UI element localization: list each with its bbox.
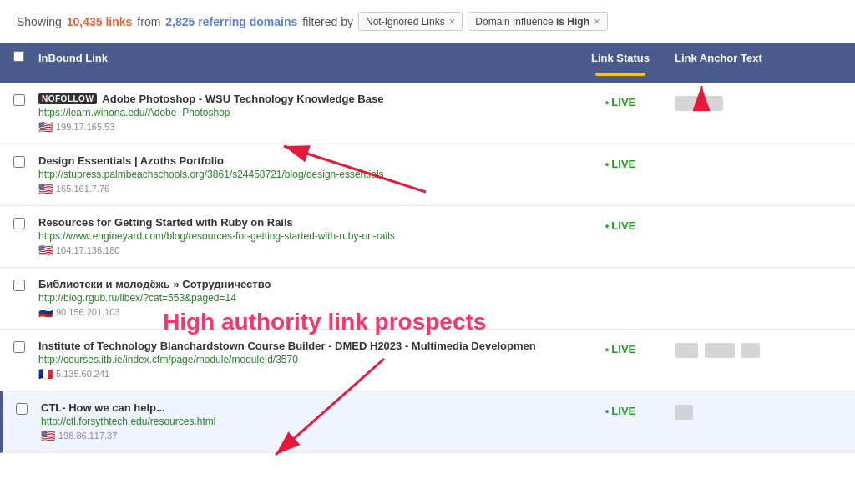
sort-bar — [0, 73, 855, 83]
row-3-ip-text: 104.17.136.180 — [56, 245, 119, 255]
table-row: Institute of Technology Blanchardstown C… — [0, 330, 855, 391]
row-4-checkbox[interactable] — [13, 278, 38, 294]
anchor-block-4 — [705, 343, 735, 358]
row-1-anchor — [675, 93, 842, 111]
row-5-title: Institute of Technology Blanchardstown C… — [38, 340, 566, 352]
row-6-flag: 🇺🇸 — [41, 429, 55, 442]
anchor-block-2 — [705, 96, 723, 111]
row-2-status-text: •LIVE — [605, 158, 635, 170]
filter-bar: Showing 10,435 links from 2,825 referrin… — [0, 0, 855, 43]
row-5-ip-text: 5.135.60.241 — [56, 369, 109, 379]
row-5-ip: 🇫🇷 5.135.60.241 — [38, 367, 566, 381]
row-3-check-input[interactable] — [13, 218, 25, 229]
row-2-checkbox[interactable] — [13, 154, 38, 170]
row-4-content: Библиотеки и молодёжь » Сотрудничество h… — [38, 278, 566, 319]
row-3-anchor — [675, 216, 842, 219]
table-row: Resources for Getting Started with Ruby … — [0, 206, 855, 268]
table-row: Библиотеки и молодёжь » Сотрудничество h… — [0, 268, 855, 330]
row-2-anchor — [675, 154, 842, 158]
row-3-status: •LIVE — [566, 216, 675, 232]
row-4-status — [566, 278, 675, 281]
row-4-title-text: Библиотеки и молодёжь » Сотрудничество — [38, 278, 271, 290]
row-4-ip: 🇷🇺 90.156.201.103 — [38, 305, 566, 319]
table-row: CTL- How we can help... http://ctl.forsy… — [0, 391, 855, 453]
th-inbound: InBound Link — [38, 52, 566, 64]
domains-count: 2,825 referring domains — [165, 15, 297, 28]
anchor-block-3 — [675, 343, 698, 358]
sort-indicator[interactable] — [566, 73, 675, 76]
row-5-title-text: Institute of Technology Blanchardstown C… — [38, 340, 536, 352]
row-4-title: Библиотеки и молодёжь » Сотрудничество — [38, 278, 566, 290]
row-6-title-text: CTL- How we can help... — [41, 401, 165, 414]
row-2-content: Design Essentials | Azoths Portfolio htt… — [38, 154, 566, 195]
row-3-content: Resources for Getting Started with Ruby … — [38, 216, 566, 257]
row-6-status: •LIVE — [566, 401, 675, 417]
row-4-flag: 🇷🇺 — [38, 305, 53, 319]
table-header: InBound Link Link Status Link Anchor Tex… — [0, 43, 855, 73]
row-1-url[interactable]: https://learn.winona.edu/Adobe_Photoshop — [38, 107, 566, 118]
row-1-status: •LIVE — [566, 93, 675, 108]
showing-label: Showing — [17, 15, 62, 28]
links-count: 10,435 links — [67, 15, 133, 28]
row-3-url[interactable]: https://www.engineyard.com/blog/resource… — [38, 230, 566, 242]
row-5-check-input[interactable] — [13, 341, 25, 353]
row-6-content: CTL- How we can help... http://ctl.forsy… — [41, 401, 566, 442]
row-4-check-input[interactable] — [13, 280, 25, 291]
row-2-url[interactable]: http://stupress.palmbeachschools.org/386… — [38, 169, 566, 180]
row-3-status-text: •LIVE — [605, 219, 635, 232]
row-5-status: •LIVE — [566, 340, 675, 355]
sort-line — [595, 73, 645, 76]
chip-domain-influence-close[interactable]: × — [594, 15, 600, 28]
row-2-status: •LIVE — [566, 154, 675, 170]
row-5-content: Institute of Technology Blanchardstown C… — [38, 340, 566, 381]
row-4-url[interactable]: http://blog.rgub.ru/libex/?cat=553&paged… — [38, 292, 566, 304]
row-5-anchor — [675, 340, 842, 358]
table-row: Design Essentials | Azoths Portfolio htt… — [0, 144, 855, 206]
row-6-title: CTL- How we can help... — [41, 401, 566, 414]
row-2-ip: 🇺🇸 165.161.7.76 — [38, 182, 566, 195]
row-6-url[interactable]: http://ctl.forsythtech.edu/resources.htm… — [41, 416, 566, 427]
chip-domain-influence[interactable]: Domain Influence is High × — [468, 12, 607, 31]
chip-not-ignored-close[interactable]: × — [449, 15, 456, 28]
chip-domain-influence-label: Domain Influence is High — [475, 16, 589, 28]
chip-not-ignored-label: Not-Ignored Links — [366, 16, 445, 28]
chip-not-ignored[interactable]: Not-Ignored Links × — [358, 12, 463, 31]
row-3-ip: 🇺🇸 104.17.136.180 — [38, 244, 566, 257]
row-2-check-input[interactable] — [13, 156, 25, 168]
filtered-by-label: filtered by — [302, 15, 353, 28]
row-1-ip-text: 199.17.165.53 — [56, 122, 114, 132]
row-1-checkbox[interactable] — [13, 93, 38, 108]
row-1-content: NOFOLLOW Adobe Photoshop - WSU Technolog… — [38, 93, 566, 134]
row-6-checkbox[interactable] — [16, 401, 41, 417]
row-6-anchor — [675, 401, 842, 420]
row-1-flag: 🇺🇸 — [38, 120, 53, 134]
row-2-title-text: Design Essentials | Azoths Portfolio — [38, 154, 224, 167]
row-5-checkbox[interactable] — [13, 340, 38, 355]
th-checkbox[interactable] — [13, 51, 38, 64]
row-4-anchor — [675, 278, 842, 281]
select-all-checkbox[interactable] — [13, 51, 24, 62]
anchor-block-5 — [741, 343, 760, 358]
row-5-url[interactable]: http://courses.itb.ie/index.cfm/page/mod… — [38, 354, 566, 365]
row-3-title-text: Resources for Getting Started with Ruby … — [38, 216, 293, 229]
from-label: from — [137, 15, 160, 28]
row-1-title: NOFOLLOW Adobe Photoshop - WSU Technolog… — [38, 93, 566, 105]
anchor-block-1 — [675, 96, 698, 111]
th-anchor: Link Anchor Text — [675, 52, 842, 64]
row-6-ip-text: 198.86.117.37 — [58, 431, 117, 441]
row-3-checkbox[interactable] — [13, 216, 38, 232]
row-6-status-text: •LIVE — [605, 405, 635, 417]
table-body: NOFOLLOW Adobe Photoshop - WSU Technolog… — [0, 83, 855, 453]
row-1-check-input[interactable] — [13, 94, 25, 106]
nofollow-badge: NOFOLLOW — [38, 93, 97, 104]
row-1-status-text: •LIVE — [605, 96, 635, 108]
row-2-ip-text: 165.161.7.76 — [56, 184, 109, 194]
row-1-ip: 🇺🇸 199.17.165.53 — [38, 120, 566, 134]
row-1-title-text: Adobe Photoshop - WSU Technology Knowled… — [102, 93, 383, 105]
row-2-title: Design Essentials | Azoths Portfolio — [38, 154, 566, 167]
th-status[interactable]: Link Status — [566, 52, 675, 64]
row-6-ip: 🇺🇸 198.86.117.37 — [41, 429, 566, 442]
table-row: NOFOLLOW Adobe Photoshop - WSU Technolog… — [0, 83, 855, 144]
row-3-title: Resources for Getting Started with Ruby … — [38, 216, 566, 229]
row-6-check-input[interactable] — [16, 403, 28, 415]
